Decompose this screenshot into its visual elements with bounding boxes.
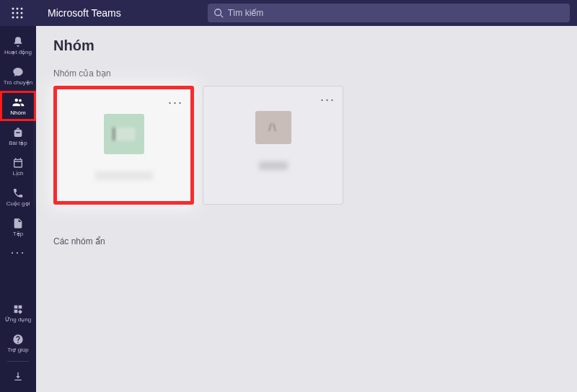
svg-point-3 bbox=[12, 12, 14, 14]
file-icon bbox=[12, 217, 25, 230]
page-header: Nhóm bbox=[36, 26, 577, 54]
team-name-redacted bbox=[95, 172, 153, 180]
apps-icon bbox=[12, 303, 25, 316]
titlebar: Microsoft Teams bbox=[0, 0, 577, 26]
svg-point-1 bbox=[17, 8, 19, 10]
teams-grid: ··· ··· /\ bbox=[36, 86, 577, 205]
rail-item-calendar[interactable]: Lịch bbox=[0, 151, 36, 182]
svg-point-2 bbox=[21, 8, 23, 10]
svg-point-5 bbox=[21, 12, 23, 14]
bell-icon bbox=[12, 35, 25, 48]
chat-icon bbox=[12, 66, 25, 79]
svg-point-4 bbox=[17, 12, 19, 14]
teams-icon bbox=[12, 96, 25, 109]
rail-item-help[interactable]: Trợ giúp bbox=[0, 328, 36, 358]
rail-item-calls[interactable]: Cuộc gọi bbox=[0, 182, 36, 212]
card-more-button[interactable]: ··· bbox=[168, 95, 183, 110]
download-icon bbox=[12, 370, 25, 383]
rail-item-apps[interactable]: Ứng dụng bbox=[0, 298, 36, 328]
search-box[interactable] bbox=[208, 4, 570, 22]
svg-point-7 bbox=[17, 17, 19, 19]
card-more-button[interactable]: ··· bbox=[320, 92, 335, 107]
hidden-teams-label: Các nhóm ẩn bbox=[36, 205, 577, 254]
waffle-icon bbox=[12, 7, 23, 19]
left-rail: Hoạt động Trò chuyện Nhóm Bài tập bbox=[0, 26, 36, 392]
search-icon bbox=[213, 8, 224, 18]
rail-item-files[interactable]: Tệp bbox=[0, 212, 36, 242]
team-avatar: /\ bbox=[255, 111, 291, 144]
rail-divider bbox=[7, 361, 29, 362]
backpack-icon bbox=[12, 126, 25, 139]
help-icon bbox=[12, 333, 25, 346]
svg-point-9 bbox=[214, 9, 221, 16]
team-card[interactable]: ··· bbox=[53, 86, 194, 205]
rail-item-assignments[interactable]: Bài tập bbox=[0, 121, 36, 151]
body: Hoạt động Trò chuyện Nhóm Bài tập bbox=[0, 26, 577, 392]
rail-item-activity[interactable]: Hoạt động bbox=[0, 30, 36, 61]
team-card[interactable]: ··· /\ bbox=[203, 86, 343, 205]
page-title: Nhóm bbox=[53, 37, 560, 54]
rail-more-button[interactable]: ··· bbox=[10, 245, 25, 260]
calendar-icon bbox=[12, 156, 25, 169]
main-content: Nhóm Nhóm của bạn ··· ··· /\ Các nhóm ẩn bbox=[36, 26, 577, 392]
svg-line-10 bbox=[220, 15, 223, 18]
rail-item-download[interactable] bbox=[0, 365, 36, 388]
svg-point-8 bbox=[21, 17, 23, 19]
rail-item-teams[interactable]: Nhóm bbox=[0, 91, 36, 121]
your-teams-label: Nhóm của bạn bbox=[36, 54, 577, 86]
app-title: Microsoft Teams bbox=[48, 7, 121, 19]
app-root: Microsoft Teams Hoạt động Trò chuyện bbox=[0, 0, 577, 392]
phone-icon bbox=[12, 187, 25, 200]
team-avatar bbox=[104, 114, 144, 154]
svg-point-0 bbox=[12, 8, 14, 10]
search-input[interactable] bbox=[228, 8, 564, 18]
app-launcher-button[interactable] bbox=[7, 3, 27, 23]
team-name-redacted bbox=[259, 161, 288, 170]
svg-point-6 bbox=[12, 17, 14, 19]
rail-item-chat[interactable]: Trò chuyện bbox=[0, 61, 36, 91]
